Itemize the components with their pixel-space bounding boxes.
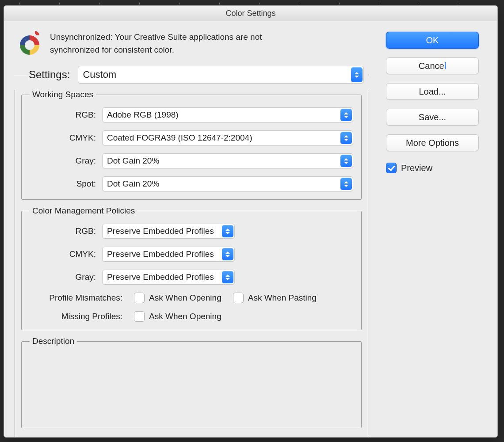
policies-fieldset: Color Management Policies RGB: Preserve …	[21, 206, 362, 330]
pol-gray-label: Gray:	[30, 272, 96, 282]
sync-warning-text: Unsynchronized: Your Creative Suite appl…	[50, 31, 298, 56]
policies-legend: Color Management Policies	[30, 206, 137, 216]
ok-button[interactable]: OK	[386, 32, 479, 49]
ws-gray-select[interactable]: Dot Gain 20%	[102, 153, 353, 168]
pol-cmyk-label: CMYK:	[30, 249, 96, 259]
ws-spot-label: Spot:	[30, 179, 96, 189]
more-options-button[interactable]: More Options	[386, 134, 479, 151]
cancel-button-label: Cancel	[419, 61, 446, 71]
load-button-label: Load...	[419, 87, 446, 97]
ws-rgb-label: RGB:	[30, 110, 96, 120]
working-spaces-fieldset: Working Spaces RGB: Adobe RGB (1998) CMY…	[21, 90, 362, 200]
save-button[interactable]: Save...	[386, 109, 479, 126]
ok-button-label: OK	[426, 35, 439, 46]
mismatch-open-checkbox[interactable]	[134, 293, 145, 303]
settings-select-value: Custom	[78, 69, 350, 80]
color-settings-dialog: Color Settings	[4, 5, 498, 438]
preview-checkbox[interactable]	[386, 163, 397, 173]
pol-rgb-value: Preserve Embedded Profiles	[103, 226, 221, 236]
dropdown-stepper-icon	[222, 225, 233, 237]
pol-gray-select[interactable]: Preserve Embedded Profiles	[102, 270, 235, 285]
pol-rgb-label: RGB:	[30, 226, 96, 236]
app-ruler	[19, 0, 499, 5]
pol-rgb-select[interactable]: Preserve Embedded Profiles	[102, 224, 235, 239]
settings-label: Settings:	[15, 69, 70, 81]
dropdown-stepper-icon	[222, 248, 233, 260]
ws-cmyk-value: Coated FOGRA39 (ISO 12647-2:2004)	[103, 133, 340, 143]
save-button-label: Save...	[419, 112, 446, 122]
dropdown-stepper-icon	[340, 132, 352, 144]
pol-gray-value: Preserve Embedded Profiles	[103, 272, 221, 282]
dropdown-stepper-icon	[222, 271, 233, 283]
pol-cmyk-select[interactable]: Preserve Embedded Profiles	[102, 247, 235, 262]
dropdown-stepper-icon	[351, 67, 363, 82]
description-fieldset: Description	[21, 336, 362, 428]
unsynchronized-icon	[17, 31, 42, 56]
ws-gray-value: Dot Gain 20%	[103, 156, 340, 166]
ws-spot-select[interactable]: Dot Gain 20%	[102, 176, 353, 191]
ws-rgb-select[interactable]: Adobe RGB (1998)	[102, 107, 353, 122]
settings-select[interactable]: Custom	[78, 66, 364, 84]
load-button[interactable]: Load...	[386, 83, 479, 100]
missing-profiles-label: Missing Profiles:	[30, 312, 122, 321]
ws-cmyk-select[interactable]: Coated FOGRA39 (ISO 12647-2:2004)	[102, 130, 353, 145]
cancel-button[interactable]: Cancel	[386, 57, 479, 74]
preview-label: Preview	[401, 163, 432, 173]
dropdown-stepper-icon	[340, 178, 352, 190]
working-spaces-legend: Working Spaces	[30, 90, 96, 99]
missing-open-checkbox[interactable]	[134, 311, 145, 322]
mismatch-paste-label: Ask When Pasting	[248, 293, 317, 303]
mismatch-paste-checkbox[interactable]	[233, 293, 244, 303]
description-legend: Description	[30, 336, 77, 346]
ws-gray-label: Gray:	[30, 156, 96, 166]
profile-mismatches-label: Profile Mismatches:	[30, 293, 122, 303]
ws-spot-value: Dot Gain 20%	[103, 179, 340, 189]
missing-open-label: Ask When Opening	[149, 312, 221, 321]
dropdown-stepper-icon	[340, 155, 352, 167]
more-options-label: More Options	[406, 138, 459, 148]
ws-rgb-value: Adobe RGB (1998)	[103, 110, 340, 120]
ws-cmyk-label: CMYK:	[30, 133, 96, 143]
mismatch-open-label: Ask When Opening	[149, 293, 221, 303]
dropdown-stepper-icon	[340, 109, 352, 121]
pol-cmyk-value: Preserve Embedded Profiles	[103, 249, 221, 259]
dialog-title: Color Settings	[4, 6, 497, 21]
